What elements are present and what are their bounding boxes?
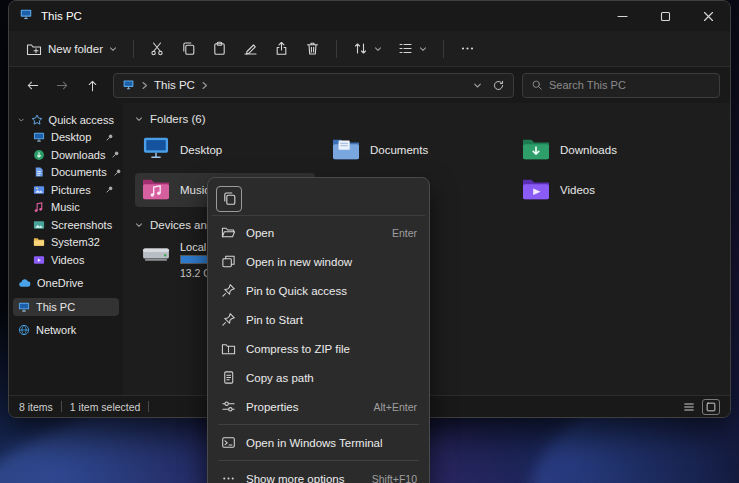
sidebar-item-pictures[interactable]: Pictures bbox=[13, 181, 119, 199]
details-view-toggle[interactable] bbox=[680, 399, 698, 415]
maximize-button[interactable] bbox=[644, 1, 687, 31]
desktop: This PC New folder bbox=[0, 0, 739, 483]
picture-icon bbox=[33, 184, 45, 196]
more-options-button[interactable] bbox=[453, 36, 482, 61]
paste-button[interactable] bbox=[205, 36, 234, 61]
downloads-folder-icon bbox=[521, 135, 551, 165]
share-button[interactable] bbox=[267, 36, 296, 61]
shortcut: Enter bbox=[392, 227, 417, 239]
status-divider bbox=[148, 401, 149, 412]
folder-tile-downloads[interactable]: Downloads bbox=[515, 133, 695, 167]
folder-name: Desktop bbox=[180, 144, 222, 156]
sidebar-item-documents[interactable]: Documents bbox=[13, 164, 119, 182]
sort-button[interactable] bbox=[346, 36, 389, 61]
rename-icon bbox=[243, 41, 258, 56]
chevron-down-icon bbox=[135, 221, 143, 229]
paste-icon bbox=[212, 41, 227, 56]
menu-item-pin-to-start[interactable]: Pin to Start bbox=[212, 305, 425, 334]
chevron-right-icon bbox=[201, 81, 208, 90]
document-icon bbox=[33, 166, 45, 178]
chevron-right-icon bbox=[141, 81, 148, 90]
sidebar-item-label: Downloads bbox=[51, 149, 105, 161]
menu-item-copy-as-path[interactable]: Copy as path bbox=[212, 363, 425, 392]
copy-button[interactable] bbox=[216, 186, 242, 212]
menu-item-open-in-windows-terminal[interactable]: Open in Windows Terminal bbox=[212, 428, 425, 457]
sidebar-item-screenshots[interactable]: Screenshots bbox=[13, 216, 119, 234]
copy-button[interactable] bbox=[174, 36, 203, 61]
sidebar-item-system32[interactable]: System32 bbox=[13, 234, 119, 252]
monitor-icon bbox=[18, 301, 30, 313]
menu-separator bbox=[218, 424, 419, 425]
globe-icon bbox=[18, 324, 30, 336]
shortcut: Shift+F10 bbox=[372, 473, 417, 483]
navigation-bar: This PC bbox=[9, 67, 730, 103]
sidebar-item-label: Videos bbox=[51, 254, 84, 266]
large-icons-view-toggle[interactable] bbox=[702, 399, 720, 415]
sidebar-item-label: System32 bbox=[51, 236, 100, 248]
sort-icon bbox=[353, 41, 368, 56]
menu-item-pin-to-quick-access[interactable]: Pin to Quick access bbox=[212, 276, 425, 305]
video-icon bbox=[33, 254, 45, 266]
menu-item-show-more-options[interactable]: Show more options Shift+F10 bbox=[212, 464, 425, 483]
breadcrumb[interactable]: This PC bbox=[154, 79, 195, 91]
view-icon bbox=[398, 41, 413, 56]
sidebar-item-label: Screenshots bbox=[51, 219, 112, 231]
delete-button[interactable] bbox=[298, 36, 327, 61]
sidebar-item-this-pc[interactable]: This PC bbox=[13, 298, 119, 316]
new-window-icon bbox=[220, 254, 236, 269]
search-input[interactable] bbox=[549, 79, 711, 91]
toolbar-divider bbox=[336, 40, 337, 58]
new-folder-button[interactable]: New folder bbox=[19, 36, 124, 62]
more-icon bbox=[460, 41, 475, 56]
sidebar-item-label: OneDrive bbox=[37, 277, 83, 289]
menu-item-properties[interactable]: Properties Alt+Enter bbox=[212, 392, 425, 421]
desktop-folder-icon bbox=[141, 135, 171, 165]
picture-icon bbox=[33, 219, 45, 231]
refresh-icon[interactable] bbox=[492, 79, 505, 92]
music-note-icon bbox=[33, 201, 45, 213]
search-box[interactable] bbox=[522, 73, 720, 98]
view-button[interactable] bbox=[391, 36, 434, 61]
menu-item-open-in-new-window[interactable]: Open in new window bbox=[212, 247, 425, 276]
address-bar[interactable]: This PC bbox=[113, 73, 514, 98]
copy-icon bbox=[181, 41, 196, 56]
sidebar-item-videos[interactable]: Videos bbox=[13, 251, 119, 269]
context-menu: Open Enter Open in new window Pin to Qui… bbox=[207, 177, 430, 483]
minimize-button[interactable] bbox=[601, 1, 644, 31]
menu-item-open[interactable]: Open Enter bbox=[212, 218, 425, 247]
pin-icon bbox=[105, 133, 114, 142]
folder-tile-desktop[interactable]: Desktop bbox=[135, 133, 315, 167]
sidebar-item-music[interactable]: Music bbox=[13, 199, 119, 217]
sidebar-item-downloads[interactable]: Downloads bbox=[13, 146, 119, 164]
back-button[interactable] bbox=[19, 72, 45, 98]
terminal-icon bbox=[220, 435, 236, 450]
hard-drive-icon bbox=[141, 241, 171, 269]
sidebar-item-onedrive[interactable]: OneDrive bbox=[13, 275, 119, 293]
sidebar-item-label: Quick access bbox=[49, 114, 114, 126]
videos-folder-icon bbox=[521, 175, 551, 205]
items-count: 8 items bbox=[19, 401, 53, 413]
sidebar-item-quick-access[interactable]: Quick access bbox=[13, 111, 119, 129]
pin-icon bbox=[220, 312, 236, 327]
open-folder-icon bbox=[220, 225, 236, 240]
copy-path-icon bbox=[220, 370, 236, 385]
cut-button[interactable] bbox=[143, 36, 172, 61]
folder-tile-videos[interactable]: Videos bbox=[515, 173, 695, 207]
context-menu-icon-row bbox=[212, 182, 425, 216]
cloud-icon bbox=[18, 277, 31, 290]
rename-button[interactable] bbox=[236, 36, 265, 61]
new-folder-icon bbox=[26, 41, 42, 57]
menu-item-compress-to-zip[interactable]: Compress to ZIP file bbox=[212, 334, 425, 363]
folder-tile-documents[interactable]: Documents bbox=[325, 133, 505, 167]
monitor-icon bbox=[33, 131, 45, 143]
chevron-down-icon bbox=[135, 115, 143, 123]
sidebar-item-network[interactable]: Network bbox=[13, 322, 119, 340]
sidebar-item-label: Network bbox=[36, 324, 76, 336]
folder-name: Videos bbox=[560, 184, 595, 196]
forward-button[interactable] bbox=[49, 72, 75, 98]
folders-section-header[interactable]: Folders (6) bbox=[135, 111, 718, 127]
sidebar-item-desktop[interactable]: Desktop bbox=[13, 129, 119, 147]
up-button[interactable] bbox=[79, 72, 105, 98]
chevron-down-icon[interactable] bbox=[473, 81, 482, 90]
close-button[interactable] bbox=[687, 1, 730, 31]
